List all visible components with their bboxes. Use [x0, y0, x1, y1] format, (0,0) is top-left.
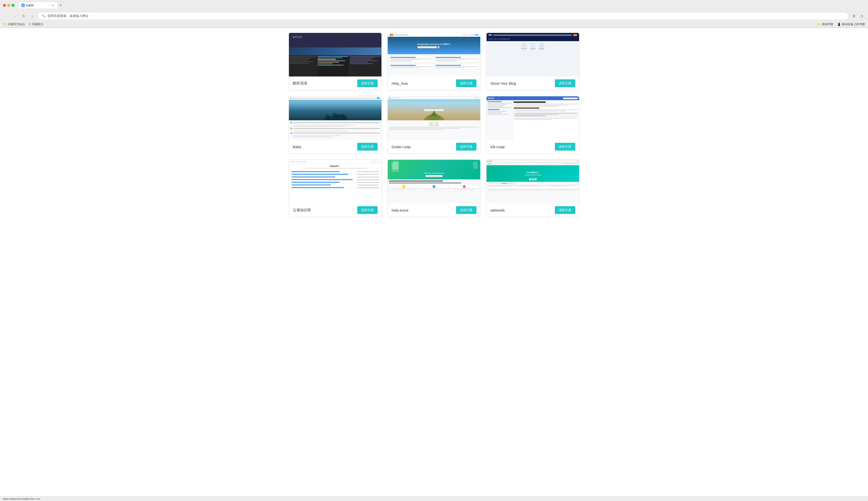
select-theme-tailwords[interactable]: 选择主题: [555, 206, 575, 214]
new-tab-button[interactable]: +: [57, 2, 64, 9]
theme-preview-help-how: M ManageEngine SeviceDesk: [388, 33, 480, 76]
tab-favicon: B: [21, 4, 25, 7]
select-theme-guide-leap[interactable]: 选择主题: [456, 143, 477, 151]
themes-grid: 默听花语: [289, 33, 579, 217]
theme-preview-bakq: B 🔍: [289, 96, 381, 140]
minimize-button[interactable]: [7, 4, 10, 7]
theme-name-kb-leap: KB-Leap: [490, 145, 504, 149]
theme-card-tailwords: baklib Baklib帮助中心 查看示例: [486, 160, 579, 217]
extensions-button[interactable]: ⚙: [850, 13, 857, 19]
select-theme-yunque[interactable]: 选择主题: [357, 206, 378, 214]
theme-info-kb-leap: KB-Leap 选择主题: [487, 140, 579, 153]
bookmarks-right: 📁 其他书签 📱 移动设备上的书签: [817, 22, 865, 26]
theme-card-yunque: 松机知识库 ✏️: [289, 160, 382, 217]
preview-header: [289, 33, 381, 38]
theme-info-yunque: 云雀知识库 选择主题: [289, 203, 381, 217]
svg-marker-4: [431, 110, 437, 116]
forward-button[interactable]: →: [12, 13, 18, 19]
status-url: https://tailwords.baklib-free.com: [3, 497, 40, 500]
select-theme-help-scout[interactable]: 选择主题: [456, 206, 477, 214]
other-bookmarks[interactable]: 📁 其他书签: [817, 22, 833, 26]
other-bookmarks-label: 其他书签: [822, 22, 833, 26]
theme-name-bakq: Bakq: [293, 145, 301, 149]
folder-icon: 📁: [817, 23, 821, 26]
theme-card-bakq: B 🔍: [289, 96, 382, 154]
select-theme-help-how[interactable]: 选择主题: [456, 79, 477, 87]
title-bar: B baklib ✕ +: [0, 0, 868, 11]
tab-bar: B baklib ✕ +: [18, 2, 865, 9]
browser-chrome: B baklib ✕ + ← → ↻ ⌂ 🔍 使用百度搜索，或者输入网址 ⚙ ◷…: [0, 0, 868, 28]
back-button[interactable]: ←: [3, 13, 10, 19]
close-button[interactable]: [3, 4, 6, 7]
tab-title: baklib: [26, 4, 49, 7]
theme-card-show-your-blog: 探索 Blog栏目 | 我们让你发现更加精彩的内容: [486, 33, 579, 90]
bookmark-firefox-label: 火狐官方站点: [8, 22, 25, 26]
theme-info-tailwords: tailwords 选择主题: [487, 203, 579, 217]
mobile-icon: 📱: [837, 23, 841, 26]
theme-info-mohu-huayu: 默听花语 选择主题: [289, 76, 381, 90]
theme-name-guide-leap: Guide-Leap: [391, 145, 410, 149]
theme-preview-show-your-blog: 探索 Blog栏目 | 我们让你发现更加精彩的内容: [487, 33, 579, 76]
theme-name-tailwords: tailwords: [490, 208, 505, 212]
bookmark-tmall[interactable]: T 天猫双11: [29, 22, 43, 26]
bookmark-firefox[interactable]: 📁 火狐官方站点: [3, 22, 25, 26]
theme-card-kb-leap: 帮助文档: [486, 96, 579, 154]
select-theme-kb-leap[interactable]: 选择主题: [555, 143, 575, 151]
theme-info-help-scout: help-scout 选择主题: [388, 203, 480, 217]
theme-name-help-how: Help_how: [391, 81, 408, 85]
tab-close-button[interactable]: ✕: [51, 4, 54, 7]
theme-name-yunque: 云雀知识库: [293, 208, 311, 213]
bookmark-tmall-label: 天猫双11: [31, 22, 43, 26]
bookmarks-bar: 📁 火狐官方站点 T 天猫双11 📁 其他书签 📱 移动设备上的书签: [0, 21, 868, 28]
fullscreen-button[interactable]: [12, 4, 14, 7]
page-content: 默听花语: [0, 28, 868, 501]
theme-preview-tailwords: baklib Baklib帮助中心 查看示例: [487, 160, 579, 203]
theme-info-help-how: Help_how 选择主题: [388, 76, 480, 90]
refresh-button[interactable]: ↻: [20, 13, 27, 19]
theme-preview-help-scout: Hello,the Brave World!: [388, 160, 480, 203]
mobile-bookmarks-label: 移动设备上的书签: [842, 22, 865, 26]
address-text: 使用百度搜索，或者输入网址: [48, 14, 88, 18]
theme-name-show-your-blog: Show Your Blog: [490, 81, 516, 85]
theme-card-help-scout: Hello,the Brave World!: [387, 160, 481, 217]
theme-preview-mohu-huayu: 默听花语: [289, 33, 381, 76]
bookmark-folder-icon: 📁: [3, 23, 7, 26]
select-theme-bakq[interactable]: 选择主题: [357, 143, 378, 151]
mobile-bookmarks[interactable]: 📱 移动设备上的书签: [837, 22, 865, 26]
status-bar: https://tailwords.baklib-free.com: [0, 497, 868, 501]
bookmark-tmall-icon: T: [29, 23, 31, 26]
nav-bar: ← → ↻ ⌂ 🔍 使用百度搜索，或者输入网址 ⚙ ◷: [0, 11, 868, 21]
theme-preview-guide-leap: 帮助帮助 📁: [388, 96, 480, 140]
traffic-lights: [3, 4, 14, 7]
theme-info-show-your-blog: Show Your Blog 选择主题: [487, 76, 579, 90]
theme-card-help-how: M ManageEngine SeviceDesk: [387, 33, 481, 90]
theme-info-guide-leap: Guide-Leap 选择主题: [388, 140, 480, 153]
home-button[interactable]: ⌂: [29, 13, 36, 19]
theme-card-mohu-huayu: 默听花语: [289, 33, 382, 90]
active-tab[interactable]: B baklib ✕: [18, 2, 57, 9]
theme-name-help-scout: help-scout: [391, 208, 408, 212]
select-theme-show-your-blog[interactable]: 选择主题: [555, 79, 575, 87]
theme-preview-yunque: 松机知识库 ✏️: [289, 160, 381, 203]
profile-button[interactable]: ◷: [858, 13, 865, 19]
theme-preview-kb-leap: 帮助文档: [487, 96, 579, 140]
theme-name-mohu-huayu: 默听花语: [293, 81, 307, 86]
theme-card-guide-leap: 帮助帮助 📁: [387, 96, 481, 154]
nav-actions: ⚙ ◷: [850, 13, 865, 19]
select-theme-mohu-huayu[interactable]: 选择主题: [357, 79, 378, 87]
theme-info-bakq: Bakq 选择主题: [289, 140, 381, 153]
address-bar[interactable]: 🔍 使用百度搜索，或者输入网址: [38, 12, 849, 20]
search-icon: 🔍: [42, 14, 45, 18]
